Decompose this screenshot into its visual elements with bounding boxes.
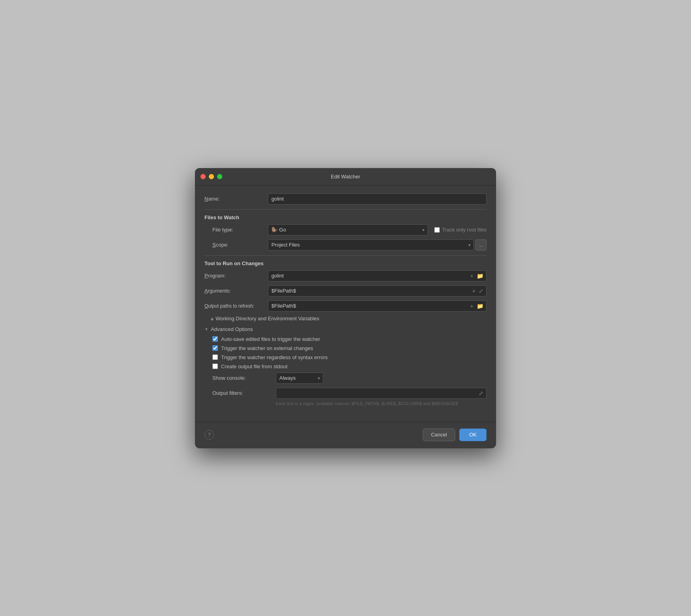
output-paths-input-wrap: + 📁	[268, 300, 487, 312]
arguments-actions: + ⤢	[471, 287, 484, 295]
arguments-input-wrap: + ⤢	[268, 285, 487, 297]
scope-label: Scope:	[204, 242, 268, 248]
checkbox-row-3: Create output file from stdout	[204, 363, 487, 369]
checkbox-create-output[interactable]	[212, 363, 218, 369]
program-browse-button[interactable]: 📁	[476, 272, 484, 279]
footer-buttons: Cancel OK	[423, 429, 487, 441]
arguments-expand-button[interactable]: ⤢	[478, 287, 484, 295]
help-button[interactable]: ?	[204, 430, 214, 440]
edit-watcher-dialog: Edit Watcher Name: Files to Watch File t…	[195, 168, 496, 448]
output-filters-input[interactable]	[276, 388, 487, 399]
arguments-input[interactable]	[268, 285, 487, 297]
advanced-options-section: ▼ Advanced Options Auto-save edited file…	[204, 326, 487, 406]
output-paths-add-button[interactable]: +	[470, 302, 474, 310]
checkbox-label-0: Auto-save edited files to trigger the wa…	[221, 336, 320, 342]
dialog-content: Name: Files to Watch File type: 🦫 Go ▾ T…	[195, 186, 496, 418]
maximize-button[interactable]	[217, 174, 222, 179]
track-root-checkbox[interactable]	[434, 227, 440, 233]
show-console-select[interactable]: Always Never On error	[276, 373, 323, 384]
checkbox-row-1: Trigger the watcher on external changes	[204, 345, 487, 351]
divider-2	[204, 255, 487, 256]
arguments-row: Arguments: + ⤢	[204, 285, 487, 297]
track-root-wrap: Track only root files	[434, 227, 487, 233]
file-type-select[interactable]: 🦫 Go	[268, 224, 428, 235]
checkbox-trigger-syntax[interactable]	[212, 354, 218, 360]
program-row: Program: + 📁	[204, 270, 487, 281]
output-paths-row: Output paths to refresh: + 📁	[204, 300, 487, 312]
files-to-watch-header: Files to Watch	[204, 214, 487, 220]
window-title: Edit Watcher	[331, 174, 360, 180]
arguments-label: Arguments:	[204, 288, 268, 294]
close-button[interactable]	[200, 174, 206, 179]
scope-row: Scope: Project Files ▾ ...	[204, 239, 487, 251]
dialog-footer: ? Cancel OK	[195, 422, 496, 448]
advanced-options-triangle-icon: ▼	[204, 327, 208, 331]
advanced-options-label: Advanced Options	[211, 326, 253, 332]
output-filters-input-wrap: ⤢	[276, 388, 487, 399]
output-paths-input[interactable]	[268, 300, 487, 312]
checkbox-label-3: Create output file from stdout	[221, 363, 288, 369]
scope-controls: Project Files ▾ ...	[268, 239, 487, 251]
output-paths-label: Output paths to refresh:	[204, 303, 268, 309]
name-input[interactable]	[268, 193, 487, 205]
window-controls	[200, 174, 222, 179]
program-input[interactable]	[268, 270, 487, 281]
output-filters-row: Output filters: ⤢	[204, 388, 487, 399]
name-label: Name:	[204, 196, 268, 202]
program-input-wrap: + 📁	[268, 270, 487, 281]
program-label: Program:	[204, 273, 268, 279]
advanced-options-header[interactable]: ▼ Advanced Options	[204, 326, 487, 332]
minimize-button[interactable]	[209, 174, 214, 179]
output-filters-actions: ⤢	[478, 390, 484, 397]
tool-to-run-header: Tool to Run on Changes	[204, 260, 487, 266]
file-type-select-wrapper: 🦫 Go ▾	[268, 224, 428, 235]
output-filters-label: Output filters:	[212, 390, 276, 396]
program-add-button[interactable]: +	[470, 272, 474, 279]
checkbox-trigger-external[interactable]	[212, 345, 218, 351]
cancel-button[interactable]: Cancel	[423, 429, 455, 441]
checkbox-row-2: Trigger the watcher regardless of syntax…	[204, 354, 487, 360]
output-paths-actions: + 📁	[470, 302, 484, 310]
checkbox-label-2: Trigger the watcher regardless of syntax…	[221, 354, 328, 360]
checkbox-row-0: Auto-save edited files to trigger the wa…	[204, 336, 487, 342]
name-row: Name:	[204, 193, 487, 205]
file-type-row: File type: 🦫 Go ▾ Track only root files	[204, 224, 487, 235]
output-filters-expand-button[interactable]: ⤢	[478, 390, 484, 397]
file-type-label: File type:	[204, 227, 268, 233]
track-root-label: Track only root files	[442, 227, 487, 233]
working-dir-label: Working Directory and Environment Variab…	[216, 316, 319, 321]
divider-1	[204, 209, 487, 210]
scope-select-wrapper: Project Files ▾	[268, 239, 474, 251]
show-console-label: Show console:	[212, 375, 276, 381]
working-dir-collapsible[interactable]: ▶ Working Directory and Environment Vari…	[204, 316, 487, 321]
checkbox-auto-save[interactable]	[212, 336, 218, 342]
checkbox-label-1: Trigger the watcher on external changes	[221, 345, 313, 351]
working-dir-triangle-icon: ▶	[210, 317, 214, 320]
ok-button[interactable]: OK	[459, 429, 487, 441]
title-bar: Edit Watcher	[195, 168, 496, 186]
program-actions: + 📁	[470, 272, 484, 279]
output-filters-hint: Each line is a regex, available macros: …	[204, 401, 487, 406]
arguments-add-button[interactable]: +	[471, 287, 476, 295]
show-console-row: Show console: Always Never On error ▾	[204, 373, 487, 384]
show-console-select-wrapper: Always Never On error ▾	[276, 373, 323, 384]
output-paths-browse-button[interactable]: 📁	[476, 302, 484, 310]
scope-browse-button[interactable]: ...	[475, 239, 487, 251]
scope-select[interactable]: Project Files	[268, 239, 474, 251]
